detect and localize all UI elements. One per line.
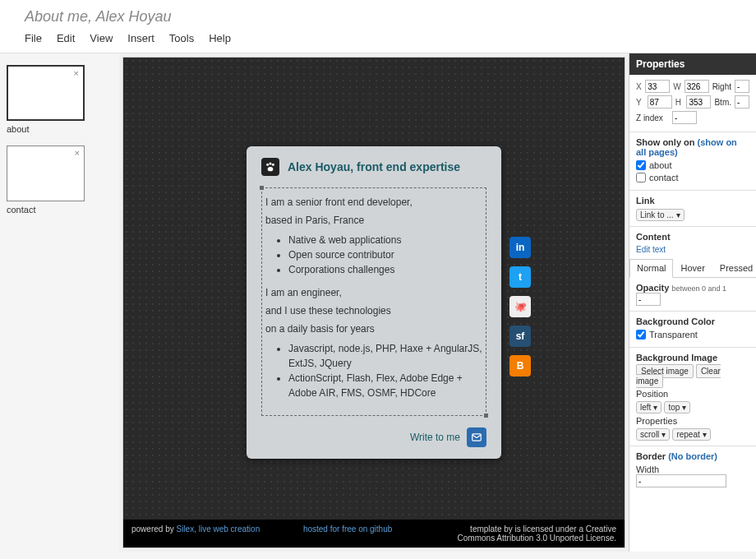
h-label: H (675, 98, 684, 107)
topbar: About me, Alex Hoyau File Edit View Inse… (0, 0, 756, 53)
svg-point-2 (272, 164, 274, 166)
para: on a daily basis for years (265, 321, 482, 336)
border-title: Border (636, 451, 666, 461)
y-input[interactable] (648, 95, 672, 109)
main-menu: File Edit View Insert Tools Help (25, 32, 731, 53)
w-input[interactable] (685, 80, 709, 93)
bgcolor-title: Background Color (636, 316, 749, 326)
page-list: × about × contact (0, 53, 119, 552)
bullet-list: Native & web applications Open source co… (288, 233, 482, 277)
opacity-input[interactable] (636, 293, 661, 306)
menu-tools[interactable]: Tools (169, 32, 194, 44)
tab-normal[interactable]: Normal (629, 259, 673, 278)
svg-point-3 (268, 167, 274, 171)
page-label: about (7, 124, 113, 134)
mail-icon[interactable] (467, 427, 486, 447)
w-label: W (673, 82, 680, 91)
github-icon[interactable]: 🐙 (509, 296, 531, 317)
x-label: X (636, 82, 642, 91)
repeat-select[interactable]: repeat ▾ (672, 428, 710, 441)
about-card[interactable]: Alex Hoyau, front end expertise I am a s… (247, 146, 501, 459)
svg-point-0 (266, 164, 269, 166)
about-checkbox[interactable] (636, 160, 646, 170)
btm-label: Btm. (714, 98, 731, 107)
bgimage-title: Background Image (636, 353, 749, 363)
bullet: Native & web applications (288, 233, 482, 247)
card-title: Alex Hoyau, front end expertise (288, 160, 460, 173)
opacity-hint: between 0 and 1 (671, 284, 726, 293)
chevron-down-icon: ▾ (676, 210, 680, 219)
contact-checkbox[interactable] (636, 173, 646, 182)
properties-panel: Properties X W Right Y H Btm. Z index (629, 53, 756, 552)
para: based in Paris, France (265, 213, 482, 228)
bullet: ActionScript, Flash, Flex, Adobe Edge + … (288, 371, 482, 400)
transparent-checkbox[interactable] (636, 330, 646, 340)
page-label: contact (7, 205, 113, 215)
tab-pressed[interactable]: Pressed (712, 259, 756, 277)
pos-left-select[interactable]: left ▾ (636, 401, 662, 413)
bullet-list: Javascript, node.js, PHP, Haxe + Angular… (288, 341, 482, 400)
linkedin-icon[interactable]: in (509, 237, 531, 258)
tab-hover[interactable]: Hover (673, 259, 712, 277)
page-thumb-contact[interactable]: × (7, 146, 85, 201)
content-title: Content (636, 232, 749, 242)
editor-canvas[interactable]: Alex Hoyau, front end expertise I am a s… (122, 57, 625, 548)
para: and I use these technologies (265, 303, 482, 318)
h-input[interactable] (686, 95, 711, 109)
menu-insert[interactable]: Insert (127, 32, 154, 44)
silex-link[interactable]: Silex, live web creation (176, 524, 260, 534)
close-icon[interactable]: × (75, 148, 80, 158)
bullet: Corporations challenges (288, 262, 482, 277)
link-select[interactable]: Link to ... ▾ (636, 209, 685, 221)
write-link[interactable]: Write to me (410, 432, 460, 443)
contact-label: contact (649, 173, 678, 182)
width-label: Width (636, 464, 749, 474)
hosted-link[interactable]: hosted for free on github (303, 524, 392, 543)
zindex-label: Z index (636, 113, 669, 122)
canvas-wrap: Alex Hoyau, front end expertise I am a s… (119, 53, 629, 552)
pos-top-select[interactable]: top ▾ (664, 401, 690, 413)
show-only-label: Show only on (636, 137, 695, 147)
paw-icon (261, 158, 279, 176)
menu-file[interactable]: File (25, 32, 42, 44)
selected-text-block[interactable]: I am a senior front end developer, based… (261, 187, 486, 416)
opacity-label: Opacity (636, 283, 669, 293)
scroll-select[interactable]: scroll ▾ (636, 428, 670, 441)
social-icons: in t 🐙 sf B (509, 237, 531, 377)
zindex-input[interactable] (672, 111, 697, 124)
write-to-me[interactable]: Write to me (261, 427, 486, 447)
about-label: about (649, 160, 672, 170)
canvas-footer: powered by Silex, live web creation host… (123, 520, 625, 547)
license-text: template by (470, 524, 513, 534)
para: I am an engineer, (265, 285, 482, 300)
y-label: Y (636, 98, 644, 107)
right-input[interactable] (735, 80, 749, 93)
bullet: Open source contributor (288, 247, 482, 262)
bullet: Javascript, node.js, PHP, Haxe + Angular… (288, 341, 482, 371)
x-input[interactable] (645, 80, 670, 93)
blogger-icon[interactable]: B (509, 355, 531, 377)
btm-input[interactable] (735, 95, 749, 109)
menu-help[interactable]: Help (209, 32, 231, 44)
workspace: × about × contact Alex Hoyau, front end … (0, 53, 756, 552)
page-thumb-about[interactable]: × (7, 65, 85, 121)
card-header: Alex Hoyau, front end expertise (261, 158, 486, 176)
no-border-link[interactable]: (No border) (668, 451, 717, 461)
border-width-input[interactable] (636, 474, 726, 487)
right-label: Right (712, 82, 731, 91)
document-title: About me, Alex Hoyau (25, 8, 731, 32)
para: I am a senior front end developer, (265, 195, 482, 210)
menu-edit[interactable]: Edit (57, 32, 75, 44)
sourceforge-icon[interactable]: sf (509, 326, 531, 347)
link-title: Link (636, 196, 749, 206)
svg-point-1 (269, 162, 271, 164)
twitter-icon[interactable]: t (509, 266, 531, 288)
powered-by: powered by (131, 524, 174, 534)
close-icon[interactable]: × (74, 68, 79, 78)
edit-text-link[interactable]: Edit text (636, 245, 749, 254)
transparent-label: Transparent (649, 330, 698, 340)
properties-label: Properties (636, 416, 749, 426)
position-label: Position (636, 389, 749, 399)
menu-view[interactable]: View (90, 32, 113, 44)
panel-title: Properties (629, 53, 756, 75)
